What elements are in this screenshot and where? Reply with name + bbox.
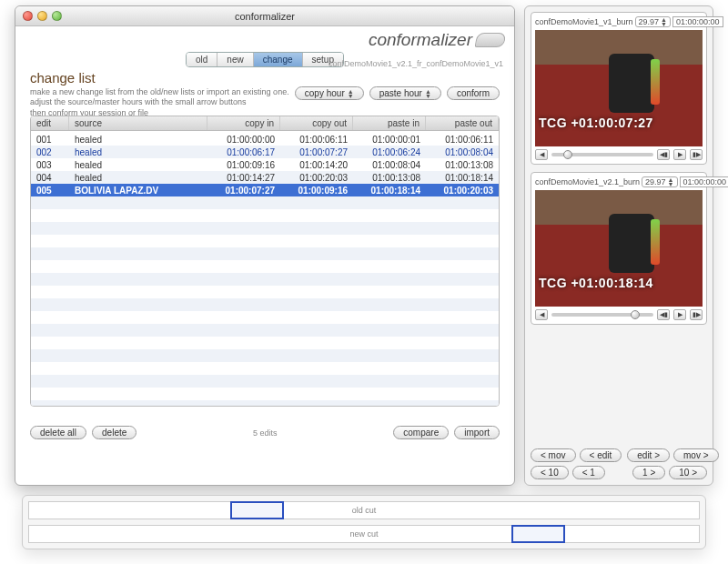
play-icon[interactable]: ▶ <box>673 309 686 320</box>
delete-all-button[interactable]: delete all <box>30 426 86 439</box>
import-button[interactable]: import <box>454 426 500 439</box>
table-row[interactable]: 005BOLIVIA LAPAZ.DV01:00:07:2701:00:09:1… <box>31 184 499 196</box>
table-row-empty <box>31 235 499 247</box>
table-row[interactable]: 001healed01:00:00:0001:00:06:1101:00:00:… <box>31 133 499 146</box>
brand: conformalizer <box>369 30 505 50</box>
col-copy-out[interactable]: copy out <box>280 116 353 130</box>
col-edit[interactable]: edit <box>31 116 69 130</box>
scrubber-track[interactable] <box>551 153 653 156</box>
tcg-overlay: TCG +01:00:07:27 <box>539 116 653 130</box>
titlebar: conformalizer <box>15 6 514 26</box>
step-back-icon[interactable]: ◀▮ <box>657 309 670 320</box>
table-cell: 01:00:08:04 <box>426 147 499 157</box>
table-row-empty <box>31 209 499 222</box>
new-cut-track[interactable]: new cut <box>28 525 700 543</box>
table-cell: 01:00:06:24 <box>353 147 426 157</box>
step-fwd-icon[interactable]: ▮▶ <box>690 149 703 160</box>
preview-panel: confDemoMovie1_v1_burn29.97 ▲▼01:00:00:0… <box>524 5 713 486</box>
table-row-empty <box>31 247 499 260</box>
main-window: conformalizer conformalizer old new chan… <box>15 5 515 486</box>
col-copy-in[interactable]: copy in <box>207 116 280 130</box>
table-cell: 01:00:08:04 <box>353 160 426 170</box>
table-row-empty <box>31 196 499 209</box>
table-row-empty <box>31 349 499 362</box>
table-row[interactable]: 004healed01:00:14:2701:00:20:0301:00:13:… <box>31 171 499 184</box>
hour-controls: copy hour ▲▼ paste hour ▲▼ conform <box>295 86 500 100</box>
delete-button[interactable]: delete <box>92 426 136 439</box>
table-cell: 01:00:00:01 <box>353 135 426 145</box>
scrubber: ◀◀▮▶▮▶ <box>535 309 703 320</box>
session-name: confDemoMovie1_v2.1_fr_confDemoMovie1_v1 <box>329 59 503 68</box>
table-cell: 01:00:06:11 <box>280 135 353 145</box>
old-cut-block[interactable] <box>230 501 284 519</box>
stepper-icon: ▲▼ <box>348 89 354 98</box>
table-row[interactable]: 002healed01:00:06:1701:00:07:2701:00:06:… <box>31 146 499 158</box>
volume-icon[interactable]: ◀ <box>535 309 548 320</box>
old-cut-label: old cut <box>352 506 377 515</box>
scrubber: ◀◀▮▶▮▶ <box>535 149 703 160</box>
step-fwd-icon[interactable]: ▮▶ <box>690 309 703 320</box>
back-1-button[interactable]: < 1 <box>572 466 605 479</box>
old-cut-track[interactable]: old cut <box>28 501 700 519</box>
table-cell: 002 <box>31 147 69 157</box>
table-row-empty <box>31 273 499 286</box>
table-row-empty <box>31 260 499 273</box>
col-source[interactable]: source <box>69 116 207 130</box>
prev-edit-button[interactable]: < edit <box>580 448 622 462</box>
section-title: change list <box>30 70 500 86</box>
video-content <box>609 54 654 113</box>
new-cut-label: new cut <box>349 529 378 539</box>
change-table: edit source copy in copy out paste in pa… <box>30 116 500 407</box>
tcg-overlay: TCG +01:00:18:14 <box>539 276 653 290</box>
video-preview[interactable]: TCG +01:00:07:27 <box>535 30 703 146</box>
table-body[interactable]: 001healed01:00:00:0001:00:06:1101:00:00:… <box>31 133 499 406</box>
table-row-empty <box>31 375 499 388</box>
video-content <box>609 214 654 273</box>
window-title: conformalizer <box>15 11 514 22</box>
fps-selector[interactable]: 29.97 ▲▼ <box>635 16 671 27</box>
table-cell: 003 <box>31 160 69 170</box>
change-list-section: change list make a new change list from … <box>30 70 500 439</box>
copy-hour-button[interactable]: copy hour ▲▼ <box>295 86 364 100</box>
step-back-icon[interactable]: ◀▮ <box>657 149 670 160</box>
brand-text: conformalizer <box>369 30 472 50</box>
next-edit-button[interactable]: edit > <box>627 448 670 462</box>
table-row[interactable]: 003healed01:00:09:1601:00:14:2001:00:08:… <box>31 158 499 171</box>
table-header: edit source copy in copy out paste in pa… <box>31 116 499 131</box>
table-cell: 01:00:20:03 <box>426 186 499 196</box>
preview-1: confDemoMovie1_v1_burn29.97 ▲▼01:00:00:0… <box>531 12 707 165</box>
fwd-1-button[interactable]: 1 > <box>632 466 665 479</box>
new-cut-block[interactable] <box>511 525 565 543</box>
play-icon[interactable]: ▶ <box>673 149 686 160</box>
playhead-icon[interactable] <box>563 150 572 159</box>
table-row-empty <box>31 388 499 400</box>
conform-button[interactable]: conform <box>447 86 500 100</box>
timecode-box[interactable]: 01:00:00:00 <box>672 16 723 27</box>
tab-old[interactable]: old <box>187 53 217 66</box>
tab-change[interactable]: change <box>254 53 303 66</box>
table-cell: 01:00:09:16 <box>280 186 353 196</box>
next-mov-button[interactable]: mov > <box>673 448 719 462</box>
col-paste-out[interactable]: paste out <box>426 116 499 130</box>
table-cell: 01:00:07:27 <box>280 147 353 157</box>
stepper-icon: ▲▼ <box>668 177 674 186</box>
playhead-icon[interactable] <box>631 310 640 319</box>
table-row-empty <box>31 337 499 349</box>
fwd-10-button[interactable]: 10 > <box>669 466 707 479</box>
table-cell: 01:00:07:27 <box>207 186 280 196</box>
video-preview[interactable]: TCG +01:00:18:14 <box>535 190 703 307</box>
table-row-empty <box>31 298 499 311</box>
timecode-box[interactable]: 01:00:00:00 <box>680 176 728 187</box>
fps-selector[interactable]: 29.97 ▲▼ <box>642 176 677 187</box>
volume-icon[interactable]: ◀ <box>535 149 548 160</box>
col-paste-in[interactable]: paste in <box>353 116 426 130</box>
prev-mov-button[interactable]: < mov <box>531 448 576 462</box>
scrubber-track[interactable] <box>551 313 653 317</box>
compare-button[interactable]: compare <box>393 426 449 439</box>
tab-new[interactable]: new <box>217 53 253 66</box>
paste-hour-button[interactable]: paste hour ▲▼ <box>369 86 441 100</box>
copy-hour-label: copy hour <box>305 88 345 98</box>
table-cell: 01:00:00:00 <box>207 135 280 145</box>
table-cell: 01:00:14:20 <box>280 160 353 170</box>
back-10-button[interactable]: < 10 <box>531 466 569 479</box>
